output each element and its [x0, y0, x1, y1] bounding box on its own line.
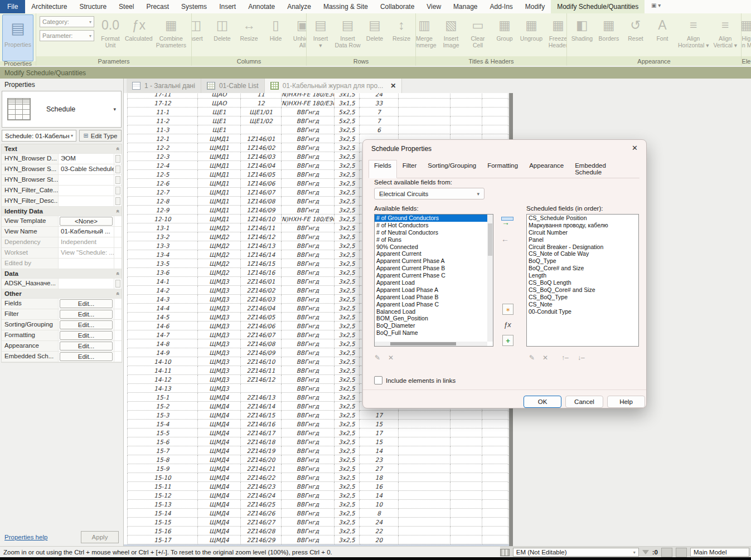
table-cell[interactable]: 3x2,5 [335, 286, 360, 295]
table-cell-empty[interactable] [399, 455, 450, 464]
property-value[interactable]: Edit... [60, 320, 113, 329]
table-cell[interactable]: 15 [360, 437, 399, 446]
table-cell[interactable]: ВВГнгд [282, 170, 335, 179]
table-cell[interactable]: ЩМД3 [198, 313, 241, 322]
ribbon-button[interactable]: ▦ Combine Parameters [154, 14, 188, 49]
table-cell[interactable]: 3x2,5 [335, 509, 360, 518]
table-cell[interactable]: 15-4 [127, 420, 198, 428]
property-side-button[interactable] [114, 216, 122, 226]
table-cell-empty[interactable] [399, 473, 450, 482]
table-cell[interactable]: ЩМД4 [198, 473, 241, 482]
combine-parameters-button[interactable]: + [502, 335, 513, 346]
table-cell[interactable]: 3x2,5 [335, 313, 360, 322]
panel-label-properties[interactable]: Properties [0, 61, 36, 66]
panel-label-columns[interactable]: Columns [192, 56, 306, 66]
close-icon[interactable]: ✕ [390, 82, 396, 90]
table-cell[interactable]: 1Z146/11 [241, 223, 282, 232]
table-cell[interactable]: ВВГнгд [282, 473, 335, 482]
property-side-button[interactable] [114, 279, 122, 289]
ribbon-tab[interactable]: File [0, 0, 25, 13]
table-cell[interactable]: 17 [360, 411, 399, 420]
table-cell[interactable]: ВВГнгд [282, 428, 335, 437]
table-cell[interactable]: 13-5 [127, 259, 198, 268]
table-cell[interactable]: ЩМД3 [198, 366, 241, 375]
table-cell[interactable]: 3x2,5 [335, 161, 360, 170]
table-cell[interactable]: 14-3 [127, 295, 198, 304]
ribbon-button[interactable]: ▦ Group [492, 14, 517, 42]
field-item[interactable]: 90% Connected [375, 244, 493, 251]
table-cell[interactable]: 1Z146/15 [241, 259, 282, 268]
table-cell[interactable]: 3x2,5 [335, 411, 360, 420]
table-cell[interactable]: ЩМД1 [198, 215, 241, 223]
table-cell[interactable]: 15-11 [127, 482, 198, 491]
table-cell[interactable]: 3x2,5 [335, 259, 360, 268]
table-cell-empty[interactable] [450, 116, 482, 125]
calculated-value-button[interactable]: ƒx [502, 319, 512, 329]
table-cell[interactable]: 2Z146/22 [241, 473, 282, 482]
table-cell-empty[interactable] [482, 420, 508, 428]
table-cell[interactable]: ВВГнгд [282, 518, 335, 527]
table-cell[interactable]: ВВГнгд [282, 500, 335, 509]
ribbon-button[interactable]: ≡ Align Horizontal ▾ [676, 14, 710, 49]
category-dropdown[interactable]: Category: ▾ [40, 16, 94, 27]
table-cell[interactable]: ВВГнгд [282, 402, 335, 411]
parameter-dropdown[interactable]: Parameter: ▾ [40, 30, 94, 41]
field-item[interactable]: Length [527, 272, 638, 279]
property-value[interactable] [59, 259, 114, 269]
table-cell[interactable]: ВВГнгд [282, 277, 335, 286]
table-cell[interactable]: 3x2,5 [335, 420, 360, 428]
table-cell-empty[interactable] [450, 527, 482, 535]
ribbon-collapse-icon[interactable]: ▣ ▾ [651, 2, 661, 8]
table-cell-empty[interactable] [450, 99, 482, 108]
table-cell[interactable]: 3x2,5 [335, 206, 360, 215]
field-item[interactable]: BoQ_Full Name [375, 329, 493, 337]
field-item[interactable]: BoQ_Core# and Size [527, 265, 638, 272]
table-cell[interactable]: ЩМД3 [198, 330, 241, 339]
table-cell[interactable]: ВВГнгд [282, 411, 335, 420]
ribbon-tab[interactable]: View [420, 0, 447, 13]
table-cell-empty[interactable] [399, 509, 450, 518]
table-cell[interactable]: ВВГнгд [282, 366, 335, 375]
table-cell[interactable]: 12-10 [127, 215, 198, 223]
table-cell[interactable]: ЩЕ1 [198, 108, 241, 116]
table-cell[interactable]: 3x2,5 [335, 125, 360, 134]
active-workset-dropdown[interactable]: EM (Not Editable) ▾ [513, 548, 639, 557]
table-cell[interactable]: ЩМД4 [198, 428, 241, 437]
table-cell[interactable]: 8 [360, 509, 399, 518]
table-cell[interactable]: ВВГнгд [282, 313, 335, 322]
table-cell[interactable]: 1Z146/03 [241, 152, 282, 161]
table-cell-empty[interactable] [450, 446, 482, 455]
table-cell-empty[interactable] [450, 464, 482, 473]
table-cell-empty[interactable] [482, 473, 508, 482]
table-cell-empty[interactable] [450, 509, 482, 518]
ribbon-tab[interactable]: Add-Ins [483, 0, 519, 13]
table-cell[interactable]: 3x2,5 [335, 366, 360, 375]
property-side-button[interactable] [114, 259, 122, 269]
table-cell-empty[interactable] [482, 500, 508, 509]
property-side-button[interactable] [114, 320, 122, 330]
table-cell-empty[interactable] [482, 446, 508, 455]
property-side-button[interactable] [114, 309, 122, 319]
table-cell[interactable]: ЩМД2 [198, 268, 241, 277]
help-button[interactable]: Help [607, 396, 645, 408]
table-cell-empty[interactable] [482, 437, 508, 446]
property-side-button[interactable] [114, 330, 122, 340]
ribbon-button[interactable]: ↔ Resize [236, 14, 262, 42]
ribbon-button[interactable]: ▥ Merge Unmerge [416, 14, 437, 49]
table-cell[interactable]: ЩМД3 [198, 339, 241, 348]
property-value[interactable] [59, 196, 114, 206]
table-cell[interactable]: 3x2,5 [335, 232, 360, 241]
table-cell[interactable]: 11-2 [127, 116, 198, 125]
ribbon-tab[interactable]: Modify Schedule/Quantities [551, 0, 645, 13]
table-cell[interactable]: 3x2,5 [335, 215, 360, 223]
dialog-tab[interactable]: Sorting/Grouping [422, 160, 482, 178]
table-cell[interactable]: ЩМД1 [198, 134, 241, 143]
close-icon[interactable]: ✕ [632, 144, 638, 152]
table-cell-empty[interactable] [482, 411, 508, 420]
field-item[interactable]: CS_Schedule Position [527, 215, 638, 222]
table-cell[interactable]: 3x2,5 [335, 179, 360, 188]
ribbon-tab[interactable]: Insert [213, 0, 242, 13]
ribbon-button[interactable]: ▣ Unhide All [290, 14, 307, 49]
table-cell[interactable] [241, 125, 282, 134]
ribbon-button[interactable]: A Font [650, 14, 675, 42]
